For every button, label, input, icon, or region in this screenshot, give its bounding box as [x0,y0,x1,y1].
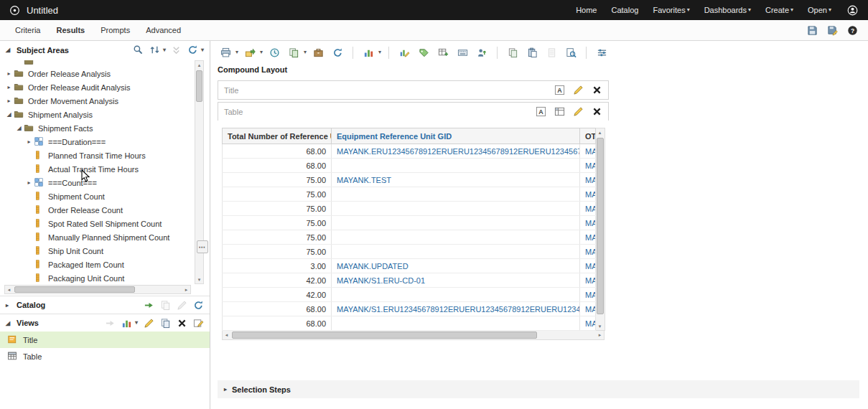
new-group-icon-button[interactable] [416,44,431,60]
edit-view-icon[interactable] [572,106,584,118]
view-properties-icon[interactable] [554,106,565,118]
rename-view-icon-button[interactable] [192,317,204,329]
scroll-right-icon[interactable]: ▸ [596,331,604,339]
open-icon-button[interactable] [143,299,154,311]
remove-view-icon-button[interactable] [176,317,187,329]
tree-item-shipment-count[interactable]: Shipment Count [0,189,191,203]
column-header-total-number-of-reference-units[interactable]: Total Number of Reference Units [223,128,332,144]
selection-steps-bar[interactable]: ▸ Selection Steps [218,380,859,398]
nav-dashboards[interactable]: Dashboards▾ [704,6,751,14]
table-vertical-scrollbar[interactable]: ▴ ▾ [596,128,605,331]
preview-icon-button[interactable] [563,44,579,60]
chevron-down-icon[interactable]: ▾ [260,50,263,55]
tree-item-item[interactable] [0,60,191,67]
new-calculated-measure-icon-button[interactable] [396,44,412,60]
tree-item-packaging-unit-count[interactable]: Packaging Unit Count [0,271,191,285]
export-icon[interactable] [244,47,256,58]
remove-view-icon[interactable] [591,85,602,96]
scroll-down-icon[interactable]: ▾ [596,322,604,330]
edit-view-icon[interactable] [143,317,154,329]
new-calculated-item-icon[interactable] [437,47,449,58]
ot-cell[interactable]: MA [580,159,596,173]
column-header-equipment-reference-unit-gid[interactable]: Equipment Reference Unit GID [332,128,580,144]
archive-icon-button[interactable] [310,44,326,60]
add-view-icon-button[interactable]: ▾ [121,317,138,329]
expander-icon[interactable]: ▸ [24,179,34,186]
nav-favorites[interactable]: Favorites▾ [653,6,689,14]
new-calculated-item-icon-button[interactable] [435,44,451,60]
analysis-properties-icon[interactable] [596,47,607,58]
chevron-down-icon[interactable]: ▾ [304,50,307,55]
scroll-right-icon[interactable]: ▸ [182,286,190,293]
ot-cell[interactable]: MA [580,230,596,245]
ot-cell[interactable]: MA [580,202,596,216]
print-icon-button[interactable]: ▾ [218,44,238,60]
tree-item-order-release-count[interactable]: Order Release Count [0,203,191,217]
chevron-down-icon[interactable]: ▾ [201,47,204,53]
ot-cell[interactable]: MA [580,316,596,331]
gid-cell[interactable]: MAYANK/S1.ERU12345678912ERUERU1234567891… [332,302,580,316]
expander-icon[interactable]: ▸ [4,70,14,77]
gid-cell[interactable]: MAYANK.ERU12345678912ERUERU12345678912ER… [332,144,580,159]
edit-view-icon[interactable] [572,85,584,96]
tree-item-order-movement-analysis[interactable]: ▸Order Movement Analysis [0,94,191,108]
sort-icon[interactable] [149,44,161,56]
new-calculated-measure-icon[interactable] [398,47,410,58]
copy-analysis-icon-button[interactable]: ▾ [286,44,307,60]
scroll-thumb[interactable] [232,332,537,339]
sort-icon-button[interactable]: ▾ [149,44,166,56]
scroll-left-icon[interactable]: ◂ [223,331,230,339]
ot-cell[interactable]: MA [580,259,596,273]
collapse-views-icon[interactable]: ◢ [6,320,13,326]
schedule-icon[interactable] [269,47,280,58]
tree-horizontal-scrollbar[interactable]: ◂ ▸ [4,285,191,294]
search-icon-button[interactable] [133,44,144,56]
new-view-icon-button[interactable]: ▾ [360,44,381,60]
tree-item-packaged-item-count[interactable]: Packaged Item Count [0,258,191,271]
expand-selection-steps-icon[interactable]: ▸ [224,386,227,392]
save-as-icon[interactable] [826,24,838,36]
refresh-icon-button[interactable] [330,44,345,60]
expand-catalog-icon[interactable]: ▸ [6,302,13,309]
refresh-icon[interactable] [332,47,343,58]
nav-open[interactable]: Open▾ [808,6,831,14]
schedule-icon-button[interactable] [266,44,282,60]
rename-view-icon[interactable] [192,317,204,329]
copy-analysis-icon[interactable] [288,47,299,58]
scroll-thumb[interactable] [597,138,604,314]
scroll-down-icon[interactable]: ▾ [195,276,203,283]
refresh-icon-button[interactable] [192,299,204,311]
keyboard-icon-button[interactable] [454,44,470,60]
format-container-icon[interactable]: A [535,106,546,118]
edit-view-icon-button[interactable] [143,317,154,329]
chevron-down-icon[interactable]: ▾ [135,320,138,326]
remove-view-icon[interactable] [591,106,602,118]
expander-icon[interactable]: ◢ [14,125,24,131]
format-container-icon[interactable]: A [554,85,565,96]
tree-item-ship-unit-count[interactable]: Ship Unit Count [0,244,191,258]
save-icon[interactable] [806,24,818,36]
tab-results[interactable]: Results [48,26,93,34]
panel-splitter[interactable]: ⋯ [197,240,208,253]
nav-create[interactable]: Create▾ [765,6,793,14]
gid-cell[interactable]: MAYANK.TEST [332,173,580,187]
chevron-down-icon[interactable]: ▾ [163,47,166,53]
chevron-down-icon[interactable]: ▾ [378,50,381,55]
tab-prompts[interactable]: Prompts [93,26,138,34]
scroll-thumb[interactable] [196,70,202,102]
preview-icon[interactable] [565,47,577,58]
refresh-icon[interactable] [187,44,199,56]
nav-catalog[interactable]: Catalog [611,6,638,14]
new-group-icon[interactable] [418,47,429,58]
tab-criteria[interactable]: Criteria [7,26,48,34]
help-icon[interactable]: ? [846,24,858,36]
duplicate-view-icon-button[interactable] [159,317,171,329]
print-icon[interactable] [220,47,231,58]
refresh-icon-button[interactable]: ▾ [187,44,204,56]
scroll-thumb[interactable] [14,286,135,293]
agent-icon[interactable] [476,47,487,58]
copy-icon-button[interactable] [505,44,521,60]
tree-item-order-release-audit-analysis[interactable]: ▸Order Release Audit Analysis [0,80,191,94]
table-horizontal-scrollbar[interactable]: ◂ ▸ [222,331,605,340]
tree-item-duration[interactable]: ▸===Duration=== [0,135,191,149]
